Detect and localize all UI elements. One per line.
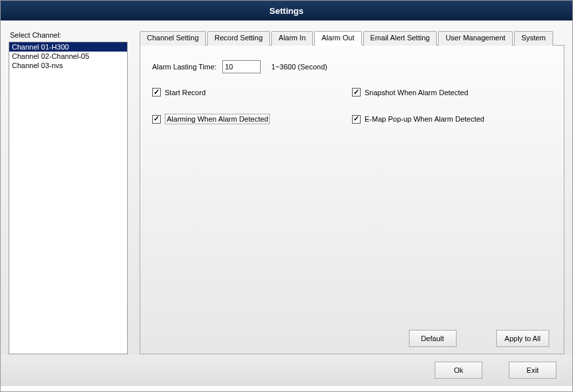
start-record-checkbox[interactable] bbox=[152, 88, 161, 97]
snapshot-checkbox[interactable] bbox=[352, 88, 361, 97]
main-panel: Channel Setting Record Setting Alarm In … bbox=[140, 27, 564, 354]
snapshot-label: Snapshot When Alarm Detected bbox=[365, 89, 468, 97]
channel-list[interactable]: Channel 01-H300 Channel 02-Channel-05 Ch… bbox=[9, 42, 128, 354]
lasting-time-label: Alarm Lasting Time: bbox=[152, 63, 222, 71]
emap-checkbox[interactable] bbox=[352, 115, 361, 124]
window-title: Settings bbox=[269, 6, 303, 16]
start-record-label: Start Record bbox=[165, 89, 206, 97]
channel-item[interactable]: Channel 03-nvs bbox=[9, 61, 127, 70]
tab-email-alert[interactable]: Email Alert Setting bbox=[363, 31, 437, 46]
select-channel-label: Select Channel: bbox=[10, 31, 128, 39]
emap-wrap[interactable]: E-Map Pop-up When Alarm Detected bbox=[352, 114, 552, 124]
title-bar: Settings bbox=[1, 1, 572, 20]
tab-user-management[interactable]: User Management bbox=[438, 31, 513, 46]
lasting-time-row: Alarm Lasting Time: 1~3600 (Second) bbox=[152, 60, 552, 73]
lasting-time-input[interactable] bbox=[222, 60, 261, 73]
start-record-wrap[interactable]: Start Record bbox=[152, 88, 352, 97]
checkbox-grid: Start Record Snapshot When Alarm Detecte… bbox=[152, 88, 552, 141]
alarming-label: Alarming When Alarm Detected bbox=[165, 114, 270, 124]
footer: Ok Exit bbox=[1, 354, 572, 386]
sidebar: Select Channel: Channel 01-H300 Channel … bbox=[9, 27, 128, 354]
tab-alarm-in[interactable]: Alarm In bbox=[271, 31, 313, 46]
tab-system[interactable]: System bbox=[514, 31, 553, 46]
apply-to-all-button[interactable]: Apply to All bbox=[496, 330, 549, 347]
panel-buttons: Default Apply to All bbox=[152, 330, 552, 347]
alarming-wrap[interactable]: Alarming When Alarm Detected bbox=[152, 114, 352, 124]
channel-item[interactable]: Channel 02-Channel-05 bbox=[9, 52, 127, 61]
exit-button[interactable]: Exit bbox=[509, 362, 556, 379]
emap-label: E-Map Pop-up When Alarm Detected bbox=[365, 115, 484, 123]
channel-item[interactable]: Channel 01-H300 bbox=[9, 42, 127, 52]
lasting-time-range: 1~3600 (Second) bbox=[271, 63, 328, 71]
tab-channel-setting[interactable]: Channel Setting bbox=[140, 31, 206, 46]
ok-button[interactable]: Ok bbox=[435, 362, 482, 379]
snapshot-wrap[interactable]: Snapshot When Alarm Detected bbox=[352, 88, 552, 97]
tab-strip: Channel Setting Record Setting Alarm In … bbox=[140, 31, 564, 46]
default-button[interactable]: Default bbox=[409, 330, 457, 347]
alarm-out-panel: Alarm Lasting Time: 1~3600 (Second) Star… bbox=[140, 45, 564, 354]
tab-alarm-out[interactable]: Alarm Out bbox=[314, 31, 362, 46]
alarming-checkbox[interactable] bbox=[152, 115, 161, 124]
tab-record-setting[interactable]: Record Setting bbox=[207, 31, 270, 46]
content-area: Select Channel: Channel 01-H300 Channel … bbox=[1, 20, 572, 354]
